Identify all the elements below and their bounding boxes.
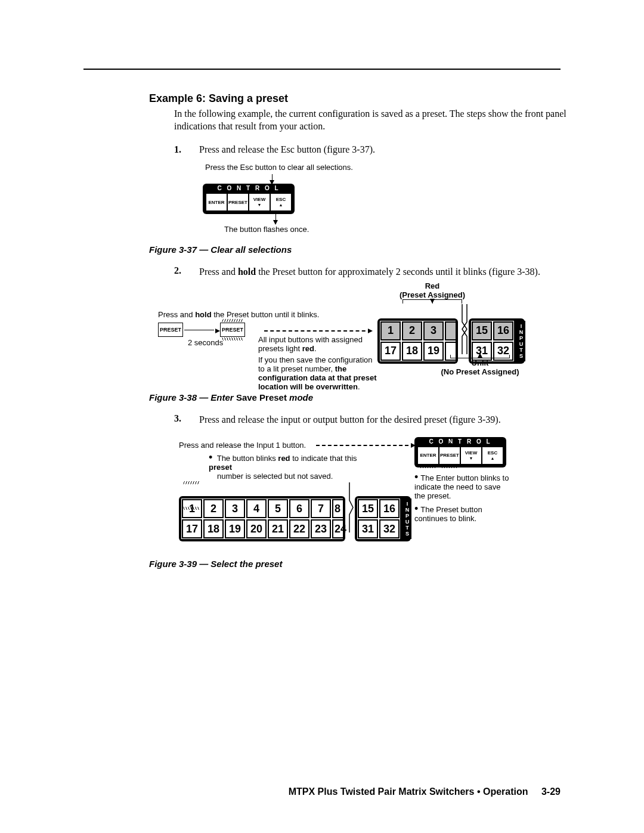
dashed-arrow (316, 445, 414, 446)
footer: MTPX Plus Twisted Pair Matrix Switchers … (289, 786, 561, 797)
panel-break (460, 304, 466, 357)
step-3: 3. Press and release the input or output… (174, 413, 572, 426)
step-2-text: Press and hold the Preset button for app… (199, 265, 572, 278)
blink-indicator: PRESET (439, 447, 460, 465)
fig37-bottomnote: The button flashes once. (224, 225, 572, 234)
fig39-caption: Figure 3-39 — Select the preset (149, 559, 572, 569)
content: Example 6: Saving a preset In the follow… (149, 92, 572, 569)
step-2-num: 2. (174, 265, 199, 278)
view-button[interactable]: VIEW (460, 447, 482, 465)
bullet-icon: • (414, 471, 418, 483)
intro-text: In the following example, the current co… (174, 107, 572, 132)
arrow-line (184, 330, 214, 330)
control-panel: C O N T R O L ENTER PRESET VIEW ESC (203, 184, 295, 214)
inputs-panel-fig39: 1 2 3 4 5 6 7 8 17 18 19 (179, 482, 411, 542)
figure-37: Press the Esc button to clear all select… (203, 163, 572, 234)
control-buttons: ENTER PRESET VIEW ESC (205, 193, 292, 212)
fig39-topnote: Press and release the Input 1 button. (179, 441, 306, 450)
input-button[interactable]: 4 (246, 499, 267, 518)
input-button[interactable]: 6 (289, 499, 309, 518)
input-button[interactable]: 15 (472, 321, 492, 340)
footer-title: MTPX Plus Twisted Pair Matrix Switchers … (289, 786, 528, 797)
page: Example 6: Saving a preset In the follow… (0, 0, 644, 833)
input-button-partial (445, 321, 456, 340)
arrow-right-icon (215, 324, 220, 335)
triangle-up-icon (279, 202, 283, 208)
fig39-right-bullet-2: •The Preset button continues to blink. (414, 505, 510, 523)
view-label: VIEW (253, 197, 265, 202)
input-button[interactable]: 16 (493, 321, 513, 340)
input-button[interactable]: 21 (268, 519, 288, 538)
input-button[interactable]: 22 (289, 519, 309, 538)
input-button[interactable]: 1 (380, 321, 401, 340)
figure-39: Press and release the Input 1 button. • … (179, 441, 572, 548)
input-button[interactable]: 7 (311, 499, 331, 518)
top-rule (83, 69, 561, 70)
input-button[interactable]: 2 (203, 499, 224, 518)
arrow-down-icon (273, 220, 278, 225)
esc-button[interactable]: ESC (482, 447, 503, 465)
step-1: 1. Press and release the Esc button (fig… (174, 143, 572, 156)
input-button[interactable]: 20 (246, 519, 267, 538)
input-button[interactable]: 16 (379, 499, 400, 518)
fig39-right-bullet-1: •The Enter button blinks to indicate the… (414, 473, 510, 500)
step-1-num: 1. (174, 143, 199, 156)
red-label: Red (Preset Assigned) (394, 281, 471, 304)
blink-indicator: ENTER (417, 447, 439, 465)
input-button[interactable]: 17 (182, 519, 202, 538)
panel-break (348, 482, 352, 535)
input-button[interactable]: 23 (311, 519, 331, 538)
esc-label: ESC (276, 197, 286, 202)
input-button[interactable]: 18 (402, 342, 422, 361)
fig39-bullet-1: • The button blinks red to indicate that… (209, 454, 382, 481)
arrow-line (275, 214, 276, 220)
fig37-caption: Figure 3-37 — Clear all selections (149, 244, 572, 255)
esc-button[interactable]: ESC (270, 193, 292, 211)
preset-button[interactable]: PRESET (158, 323, 183, 337)
step-2: 2. Press and hold the Preset button for … (174, 265, 572, 278)
preset-button[interactable]: PRESET (227, 193, 249, 211)
fig38-caption: Figure 3-38 — Enter Save Preset mode (149, 392, 572, 402)
triangle-down-icon (469, 456, 473, 461)
preset-button[interactable]: PRESET (439, 447, 460, 465)
control-panel-fig39: C O N T R O L ENTER PRESET VIEW ESC •The… (414, 437, 510, 523)
arrow-up-icon (478, 353, 482, 358)
dashed-arrow (264, 330, 371, 332)
input-button[interactable]: 5 (268, 499, 288, 518)
step-3-num: 3. (174, 413, 199, 426)
blink-indicator: PRESET (220, 323, 245, 337)
input-button[interactable]: 24 (332, 519, 343, 538)
arrow-line (272, 174, 273, 180)
example-heading: Example 6: Saving a preset (149, 92, 572, 105)
input-button[interactable]: 8 (332, 499, 343, 518)
enter-button[interactable]: ENTER (206, 193, 227, 211)
fig37-topnote: Press the Esc button to clear all select… (205, 163, 572, 172)
preset-button-blink[interactable]: PRESET (220, 323, 245, 337)
bullet-icon: • (209, 451, 212, 463)
input-button[interactable]: 3 (423, 321, 444, 340)
input-button[interactable]: 3 (225, 499, 245, 518)
bullet-icon: • (414, 503, 418, 515)
triangle-up-icon (491, 456, 495, 461)
inputs-vertical-label: INPUTS (403, 498, 411, 539)
input-button[interactable]: 2 (402, 321, 422, 340)
control-header: C O N T R O L (203, 184, 295, 193)
enter-button[interactable]: ENTER (417, 447, 439, 465)
view-button[interactable]: VIEW (249, 193, 270, 211)
input-button[interactable]: 19 (225, 519, 245, 538)
input-button[interactable]: 31 (358, 519, 378, 538)
input-button[interactable]: 32 (379, 519, 400, 538)
figure-38: Press and hold the Preset button until i… (158, 286, 572, 382)
unlit-label: Unlit (No Preset Assigned) (438, 353, 522, 376)
blink-indicator (181, 485, 202, 506)
step-3-text: Press and release the input or output bu… (199, 413, 572, 426)
triangle-down-icon (258, 202, 262, 208)
input-button[interactable]: 18 (203, 519, 224, 538)
input-button[interactable]: 17 (380, 342, 401, 361)
fig38-middle-text: All input buttons with assigned presets … (258, 335, 380, 391)
page-number: 3-29 (541, 786, 561, 797)
fig38-leftnote: Press and hold the Preset button until i… (158, 310, 319, 319)
step-1-text: Press and release the Esc button (figure… (199, 143, 572, 156)
input-button[interactable]: 15 (358, 499, 378, 518)
